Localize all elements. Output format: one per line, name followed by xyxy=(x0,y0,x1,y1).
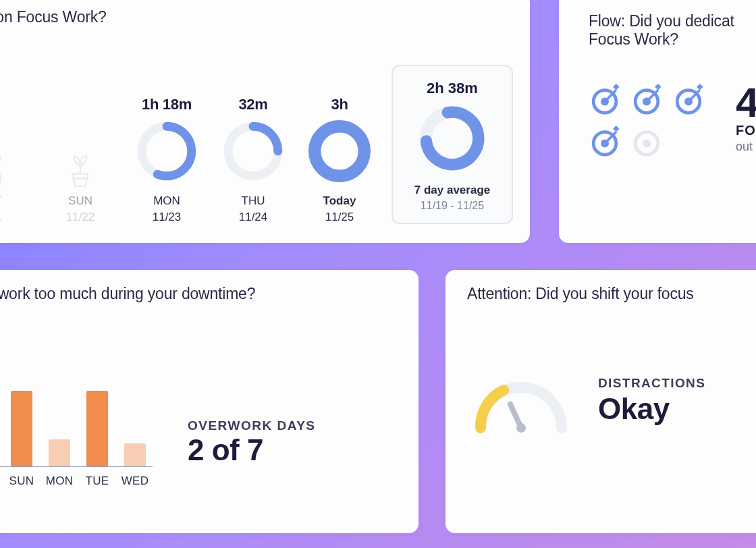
flow-targets xyxy=(589,84,717,158)
focus-value: 1h 18m xyxy=(142,96,192,113)
focus-value: 32m xyxy=(238,96,267,113)
day-label: Today xyxy=(323,194,356,208)
progress-ring-icon xyxy=(418,104,487,173)
focus-day-sat[interactable]: AT /21 xyxy=(0,151,28,224)
overwork-card: you work too much during your downtime? … xyxy=(0,270,418,533)
day-label: THU xyxy=(242,194,265,208)
flow-big-label: FO xyxy=(736,123,756,138)
target-hit-icon xyxy=(630,84,663,116)
gauge-icon xyxy=(467,367,575,435)
progress-ring-icon xyxy=(136,120,198,182)
focus-day-today[interactable]: 3h Today 11/25 xyxy=(305,96,374,224)
progress-ring-icon xyxy=(222,120,284,182)
bar-wed[interactable]: WED xyxy=(122,443,148,466)
bar-mon[interactable]: MON xyxy=(46,439,73,466)
progress-ring-icon xyxy=(308,120,371,182)
focus-average-box[interactable]: 2h 38m 7 day average 11/19 - 11/25 xyxy=(392,65,513,224)
day-label: AT xyxy=(0,194,1,208)
day-label: MON xyxy=(153,194,180,208)
svg-point-22 xyxy=(643,139,651,147)
focus-days-row: AT /21 SUN 11/22 1h 18m M xyxy=(0,65,513,224)
target-hit-icon xyxy=(589,126,621,158)
flow-big-sub: out xyxy=(736,140,756,154)
day-date: /21 xyxy=(0,211,2,224)
avg-title: 7 day average xyxy=(414,184,490,197)
target-hit-icon xyxy=(672,84,705,116)
flow-subtitle: Focus Work? xyxy=(589,30,756,49)
overwork-title: you work too much during your downtime? xyxy=(0,285,402,303)
focus-day-sun[interactable]: SUN 11/22 xyxy=(46,151,115,224)
flow-card: Flow: Did you dedicat Focus Work? 4 FO o… xyxy=(559,0,756,243)
focus-day-mon[interactable]: 1h 18m MON 11/23 xyxy=(132,96,201,224)
focus-value: 3h xyxy=(331,96,348,113)
day-date: 11/24 xyxy=(239,211,268,224)
day-date: 11/22 xyxy=(66,211,95,224)
flow-stat: 4 FO out xyxy=(736,84,756,154)
overwork-bar-chart: SAT SUN MON TUE WED xyxy=(0,379,153,467)
bar-sun[interactable]: SUN xyxy=(8,391,35,466)
attention-card: Attention: Did you shift your focus DIST… xyxy=(446,270,756,533)
plant-icon xyxy=(0,151,9,189)
overwork-value: 2 of 7 xyxy=(188,433,315,467)
avg-value: 2h 38m xyxy=(427,80,478,97)
overwork-label: OVERWORK DAYS xyxy=(188,418,315,433)
attention-value: Okay xyxy=(598,392,705,426)
attention-label: DISTRACTIONS xyxy=(598,376,705,391)
flow-big-number: 4 xyxy=(736,84,756,121)
svg-point-6 xyxy=(315,126,364,176)
focus-day-thu[interactable]: 32m THU 11/24 xyxy=(219,96,288,224)
focus-card-title: d enough time on Focus Work? xyxy=(0,8,514,26)
day-date: 11/25 xyxy=(325,211,354,224)
attention-title: Attention: Did you shift your focus xyxy=(467,285,756,303)
flow-title: Flow: Did you dedicat xyxy=(589,12,756,30)
avg-range: 11/19 - 11/25 xyxy=(421,200,484,212)
plant-icon xyxy=(65,151,96,189)
target-hit-icon xyxy=(589,84,621,116)
overwork-stat: OVERWORK DAYS 2 of 7 xyxy=(188,418,315,467)
day-label: SUN xyxy=(68,194,92,208)
focus-work-card: d enough time on Focus Work? AT /21 xyxy=(0,0,530,243)
day-date: 11/23 xyxy=(153,211,182,224)
bar-tue[interactable]: TUE xyxy=(84,391,111,466)
target-miss-icon xyxy=(630,126,663,158)
attention-stat: DISTRACTIONS Okay xyxy=(598,376,705,426)
